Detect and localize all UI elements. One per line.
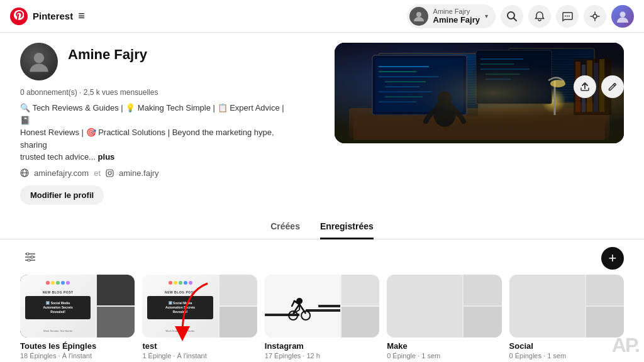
profile-stats: 0 abonnement(s) · 2,5 k vues mensuelles (20, 88, 335, 97)
profile-avatar-nav[interactable] (611, 5, 634, 28)
board-make-main (387, 275, 462, 337)
svg-rect-54 (318, 305, 340, 307)
board-social-inner (509, 275, 624, 337)
svg-rect-52 (265, 314, 299, 316)
instagram-icon (106, 169, 114, 177)
boards-section: + (0, 239, 644, 363)
board-toutes-composite: NEW BLOG POST #️⃣ Social MediaAutomation… (20, 275, 135, 337)
tab-enregistrees[interactable]: Enregistrées (320, 215, 374, 239)
board-test-side-1 (219, 275, 257, 305)
cyclist-svg (265, 275, 340, 337)
profile-name: Amine Fajry (68, 47, 147, 63)
svg-point-3 (565, 15, 566, 16)
board-test-main: NEW BLOG POST #️⃣ Social MediaAutomation… (142, 275, 218, 337)
board-title-instagram: Instagram (265, 341, 379, 351)
social-card-test: NEW BLOG POST #️⃣ Social MediaAutomation… (142, 275, 218, 337)
share-button[interactable] (574, 75, 596, 98)
board-social-side (586, 275, 624, 337)
board-card-instagram[interactable]: Instagram 17 Épingles · 12 h (265, 275, 379, 359)
board-make-s1 (464, 275, 501, 305)
board-meta-instagram: 17 Épingles · 12 h (265, 352, 379, 359)
updates-button[interactable] (584, 5, 606, 28)
board-test-side (219, 275, 257, 337)
main-content: Amine Fajry 0 abonnement(s) · 2,5 k vues… (0, 33, 644, 205)
board-instagram-side-2 (341, 307, 379, 337)
nav-avatar-small (409, 7, 428, 26)
nav-user-name-big: Amine Fajry (433, 15, 480, 25)
add-board-button[interactable]: + (601, 247, 624, 270)
board-toutes-side (97, 275, 135, 337)
profile-bio: 🔍 Tech Reviews & Guides | 💡 Making Tech … (20, 102, 284, 163)
svg-point-7 (620, 11, 626, 17)
profile-name-area: Amine Fajry (68, 43, 147, 63)
notifications-button[interactable] (528, 5, 551, 28)
board-make-s2 (464, 307, 501, 337)
svg-point-48 (26, 253, 29, 255)
bio-line3: trusted tech advice... (20, 152, 98, 162)
board-card-test[interactable]: NEW BLOG POST #️⃣ Social MediaAutomation… (142, 275, 257, 359)
nav-brand-label: Pinterest (33, 11, 73, 21)
profile-links: aminefajry.com et amine.fajry (20, 168, 335, 178)
board-meta-test: 1 Épingle · À l'instant (142, 352, 257, 359)
board-social-main (509, 275, 585, 337)
smc-dots-test (169, 281, 192, 285)
filter-button[interactable] (20, 247, 40, 267)
board-meta-toutes: 18 Épingles · À l'instant (20, 352, 135, 359)
svg-point-13 (108, 172, 111, 175)
svg-rect-12 (106, 170, 113, 177)
website-link[interactable]: aminefajry.com (34, 168, 89, 178)
profile-banner-area (335, 43, 624, 205)
pinterest-icon (10, 8, 28, 25)
svg-line-2 (514, 18, 517, 21)
board-side-1 (97, 275, 135, 305)
instagram-link[interactable]: amine.fajry (119, 168, 159, 178)
bio-line1: 🔍 Tech Reviews & Guides | 💡 Making Tech … (20, 103, 284, 125)
link-separator: et (94, 168, 101, 178)
bio-plus-link[interactable]: plus (98, 152, 115, 162)
boards-toolbar (20, 247, 624, 267)
svg-line-44 (613, 84, 615, 86)
board-make-inner (387, 275, 501, 337)
profile-left: Amine Fajry 0 abonnement(s) · 2,5 k vues… (20, 43, 335, 205)
search-button[interactable] (501, 5, 523, 28)
profile-action-icons (574, 75, 624, 98)
board-side-2 (97, 307, 135, 337)
nav-logo[interactable]: Pinterest ≡ (10, 8, 85, 25)
board-title-test: test (142, 341, 257, 351)
chevron-down-icon: ▾ (485, 13, 488, 19)
modify-profile-button[interactable]: Modifier le profil (20, 185, 104, 205)
edit-button[interactable] (601, 75, 624, 98)
board-social-s2 (586, 307, 624, 337)
board-toutes-main: NEW BLOG POST #️⃣ Social MediaAutomation… (20, 275, 96, 337)
board-card-social[interactable]: Social 0 Épingles · 1 sem (509, 275, 624, 359)
board-card-toutes[interactable]: NEW BLOG POST #️⃣ Social MediaAutomation… (20, 275, 135, 359)
ap-watermark: AP. (612, 334, 639, 357)
nav-right: Amine Fajry Amine Fajry ▾ (407, 4, 634, 28)
top-nav: Pinterest ≡ Amine Fajry Amine Fajry ▾ (0, 0, 644, 33)
svg-point-14 (111, 170, 112, 171)
board-social-s1 (586, 275, 624, 305)
board-thumb-test: NEW BLOG POST #️⃣ Social MediaAutomation… (142, 275, 257, 337)
board-thumb-instagram (265, 275, 379, 337)
board-title-toutes: Toutes les Épingles (20, 341, 135, 351)
svg-rect-53 (306, 309, 340, 312)
messages-button[interactable] (556, 5, 579, 28)
board-instagram-side (341, 275, 379, 337)
board-test-composite: NEW BLOG POST #️⃣ Social MediaAutomation… (142, 275, 257, 337)
board-title-make: Make (387, 341, 501, 351)
board-thumb-toutes: NEW BLOG POST #️⃣ Social MediaAutomation… (20, 275, 135, 337)
board-make-side (464, 275, 501, 337)
hamburger-icon[interactable]: ≡ (78, 9, 85, 23)
svg-point-0 (416, 12, 421, 17)
user-pill[interactable]: Amine Fajry Amine Fajry ▾ (407, 4, 496, 28)
board-thumb-social (509, 275, 624, 337)
svg-point-8 (34, 53, 44, 63)
profile-avatar (20, 43, 58, 80)
tab-creees[interactable]: Créées (270, 215, 300, 239)
svg-point-6 (593, 14, 597, 18)
svg-point-49 (31, 256, 33, 258)
nav-user-info: Amine Fajry Amine Fajry (433, 8, 480, 25)
board-card-make[interactable]: Make 0 Épingle · 1 sem (387, 275, 501, 359)
nav-user-name-small: Amine Fajry (433, 8, 480, 15)
board-meta-social: 0 Épingles · 1 sem (509, 352, 624, 359)
